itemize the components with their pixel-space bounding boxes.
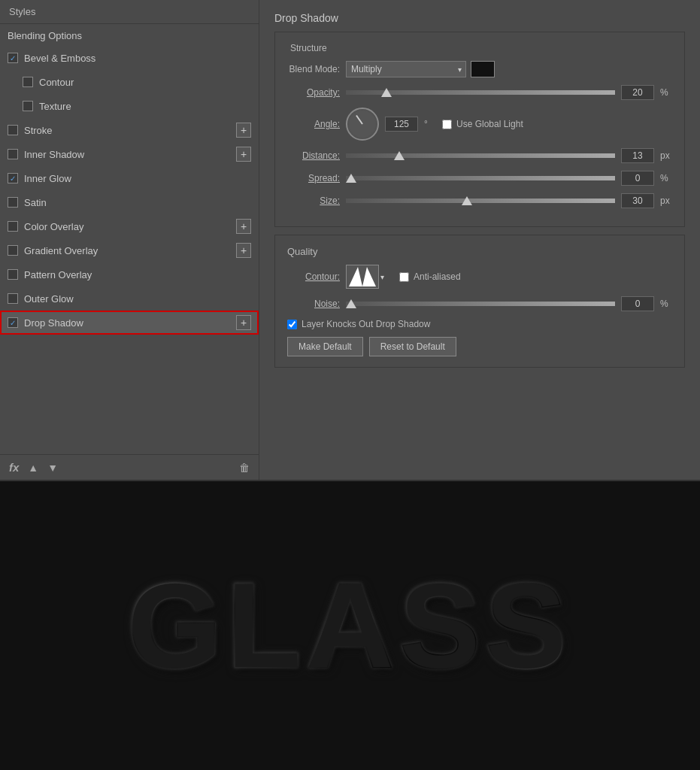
anti-aliased-checkbox[interactable] [399, 272, 409, 282]
blend-mode-color-swatch[interactable] [471, 61, 495, 77]
checkbox-drop-shadow[interactable]: ✓ [8, 317, 18, 328]
sidebar-label-inner-glow: Inner Glow [24, 173, 251, 184]
sidebar-label-inner-shadow: Inner Shadow [24, 149, 233, 160]
checkbox-contour[interactable] [23, 77, 33, 87]
distance-slider-thumb[interactable] [394, 151, 405, 160]
noise-slider[interactable] [346, 302, 615, 306]
blend-mode-row: Blend Mode: Multiply Normal Screen Overl… [287, 61, 672, 77]
distance-input[interactable] [621, 148, 654, 163]
angle-input[interactable] [385, 117, 418, 132]
move-down-icon[interactable]: ▼ [47, 462, 58, 474]
fx-icon[interactable]: fx [9, 461, 19, 474]
size-slider-thumb[interactable] [462, 196, 472, 205]
sidebar-label-gradient-overlay: Gradient Overlay [24, 245, 233, 256]
checkbox-pattern-overlay[interactable] [8, 269, 18, 280]
global-light-checkbox[interactable] [442, 120, 452, 129]
global-light-label[interactable]: Use Global Light [442, 119, 523, 129]
sidebar-item-drop-shadow[interactable]: ✓ Drop Shadow + [0, 311, 259, 335]
checkbox-bevel-emboss[interactable]: ✓ [8, 53, 18, 63]
distance-unit: px [660, 150, 672, 161]
layer-knocks-out-checkbox[interactable] [287, 320, 297, 329]
contour-label: Contour: [287, 271, 340, 282]
sidebar-footer: fx ▲ ▼ 🗑 [0, 454, 259, 480]
opacity-slider[interactable] [346, 90, 615, 95]
sidebar: Styles Blending Options ✓ Bevel & Emboss… [0, 0, 259, 480]
sidebar-label-drop-shadow: Drop Shadow [24, 317, 233, 329]
sidebar-item-satin[interactable]: Satin [0, 190, 259, 214]
checkbox-texture[interactable] [23, 101, 33, 111]
sidebar-label-texture: Texture [39, 101, 251, 112]
dial-line [356, 115, 363, 125]
add-stroke-button[interactable]: + [236, 123, 251, 138]
quality-title: Quality [287, 246, 672, 257]
size-slider[interactable] [346, 199, 615, 203]
sidebar-item-gradient-overlay[interactable]: Gradient Overlay + [0, 238, 259, 262]
noise-label: Noise: [287, 299, 340, 309]
checkbox-gradient-overlay[interactable] [8, 245, 18, 256]
delete-icon[interactable]: 🗑 [239, 462, 250, 474]
size-input[interactable] [621, 193, 654, 208]
blending-options-label[interactable]: Blending Options [0, 24, 259, 46]
spread-slider[interactable] [346, 176, 615, 180]
sidebar-item-texture[interactable]: Texture [0, 94, 259, 118]
sidebar-item-pattern-overlay[interactable]: Pattern Overlay [0, 262, 259, 286]
sidebar-item-stroke[interactable]: Stroke + [0, 118, 259, 142]
noise-slider-thumb[interactable] [346, 299, 356, 308]
sidebar-item-outer-glow[interactable]: Outer Glow [0, 286, 259, 311]
distance-label: Distance: [287, 150, 340, 161]
opacity-slider-container[interactable] [346, 90, 615, 95]
spread-input[interactable] [621, 171, 654, 186]
angle-section: ° Use Global Light [346, 108, 523, 141]
sidebar-item-inner-shadow[interactable]: Inner Shadow + [0, 142, 259, 166]
checkbox-satin[interactable] [8, 197, 18, 208]
contour-svg [349, 267, 376, 286]
opacity-slider-thumb[interactable] [381, 88, 392, 97]
sidebar-label-satin: Satin [24, 197, 251, 208]
opacity-unit: % [660, 87, 672, 98]
spread-slider-container[interactable] [346, 176, 615, 180]
add-drop-shadow-button[interactable]: + [236, 315, 251, 330]
spread-row: Spread: % [287, 171, 672, 186]
structure-section: Structure Blend Mode: Multiply Normal Sc… [274, 32, 685, 227]
angle-unit: ° [424, 119, 436, 129]
right-panel: Drop Shadow Structure Blend Mode: Multip… [259, 0, 700, 480]
opacity-input[interactable] [621, 85, 654, 100]
contour-arrow-icon[interactable]: ▾ [380, 273, 384, 281]
reset-to-default-button[interactable]: Reset to Default [369, 337, 456, 356]
spread-slider-thumb[interactable] [346, 174, 356, 183]
sidebar-item-color-overlay[interactable]: Color Overlay + [0, 214, 259, 238]
contour-preview[interactable] [346, 265, 379, 289]
sidebar-item-contour[interactable]: Contour [0, 70, 259, 94]
angle-dial[interactable] [346, 108, 379, 141]
sidebar-item-bevel-emboss[interactable]: ✓ Bevel & Emboss [0, 46, 259, 70]
checkbox-outer-glow[interactable] [8, 293, 18, 304]
sidebar-label-color-overlay: Color Overlay [24, 221, 233, 232]
layer-knocks-out-row: Layer Knocks Out Drop Shadow [287, 319, 672, 329]
noise-slider-container[interactable] [346, 302, 615, 306]
sidebar-label-stroke: Stroke [24, 125, 233, 136]
add-color-overlay-button[interactable]: + [236, 219, 251, 234]
checkbox-stroke[interactable] [8, 125, 18, 135]
contour-row: Contour: ▾ Anti-aliased [287, 265, 672, 289]
make-default-button[interactable]: Make Default [287, 337, 363, 356]
noise-row: Noise: % [287, 296, 672, 311]
checkbox-inner-glow[interactable]: ✓ [8, 173, 18, 183]
add-gradient-overlay-button[interactable]: + [236, 243, 251, 258]
glass-text-wrapper: GLASS [128, 556, 572, 695]
distance-slider-container[interactable] [346, 153, 615, 158]
noise-input[interactable] [621, 296, 654, 311]
add-inner-shadow-button[interactable]: + [236, 147, 251, 162]
sidebar-item-inner-glow[interactable]: ✓ Inner Glow [0, 166, 259, 190]
contour-dropdown[interactable]: ▾ [346, 265, 384, 289]
size-slider-container[interactable] [346, 199, 615, 203]
anti-aliased-label[interactable]: Anti-aliased [399, 271, 461, 282]
sidebar-label-pattern-overlay: Pattern Overlay [24, 269, 251, 280]
angle-label: Angle: [287, 119, 340, 129]
move-up-icon[interactable]: ▲ [28, 462, 38, 474]
blend-mode-select[interactable]: Multiply Normal Screen Overlay [346, 61, 466, 77]
distance-slider[interactable] [346, 153, 615, 158]
checkbox-color-overlay[interactable] [8, 221, 18, 232]
checkbox-inner-shadow[interactable] [8, 149, 18, 159]
blend-mode-select-wrapper[interactable]: Multiply Normal Screen Overlay [346, 61, 466, 77]
blend-mode-wrapper: Multiply Normal Screen Overlay [346, 61, 495, 77]
